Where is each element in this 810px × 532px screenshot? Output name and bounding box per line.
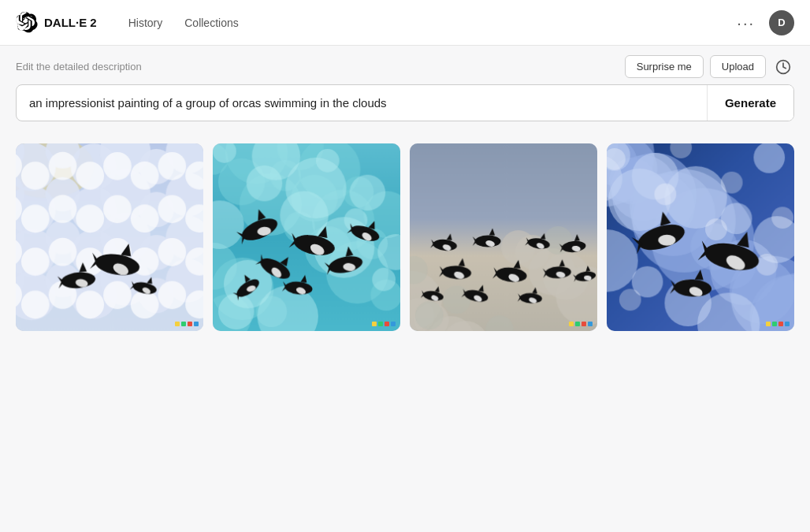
image-card[interactable] xyxy=(607,143,794,331)
toolbar: Edit the detailed description Surprise m… xyxy=(0,46,810,84)
badge-dot xyxy=(778,322,783,326)
toolbar-right: Surprise me Upload xyxy=(625,55,794,78)
history-icon-button[interactable] xyxy=(772,56,794,78)
badge-dot xyxy=(766,322,771,326)
more-options-button[interactable]: ··· xyxy=(732,12,760,34)
avatar[interactable]: D xyxy=(769,10,794,35)
badge-dot xyxy=(378,322,383,326)
image-grid xyxy=(16,143,794,331)
clock-icon xyxy=(775,59,791,75)
openai-logo-icon xyxy=(16,12,38,34)
badge-dot xyxy=(188,322,192,326)
badge-dot xyxy=(372,322,377,326)
upload-button[interactable]: Upload xyxy=(710,55,766,78)
badge-dot xyxy=(181,322,186,326)
badge-dot xyxy=(575,322,580,326)
badge-dot xyxy=(175,322,180,326)
image-card[interactable] xyxy=(213,143,400,331)
image-badge xyxy=(372,322,396,326)
badge-dot xyxy=(385,322,389,326)
image-card[interactable] xyxy=(16,143,203,331)
badge-dot xyxy=(581,322,586,326)
main-nav: History Collections xyxy=(119,12,248,34)
logo-text: DALL·E 2 xyxy=(44,16,97,29)
badge-dot xyxy=(569,322,574,326)
nav-item-history[interactable]: History xyxy=(119,12,173,34)
badge-dot xyxy=(588,322,593,326)
image-badge xyxy=(569,322,593,326)
badge-dot xyxy=(391,322,396,326)
logo[interactable]: DALL·E 2 xyxy=(16,12,97,34)
toolbar-label: Edit the detailed description xyxy=(16,61,142,73)
generate-button[interactable]: Generate xyxy=(707,85,793,121)
image-badge xyxy=(766,322,790,326)
badge-dot xyxy=(785,322,790,326)
badge-dot xyxy=(194,322,199,326)
image-badge xyxy=(175,322,199,326)
prompt-bar: Generate xyxy=(16,84,794,121)
image-card[interactable] xyxy=(410,143,597,331)
nav-item-collections[interactable]: Collections xyxy=(175,12,247,34)
image-grid-section xyxy=(0,121,810,347)
surprise-me-button[interactable]: Surprise me xyxy=(625,55,704,78)
header-right: ··· D xyxy=(732,10,794,35)
badge-dot xyxy=(772,322,777,326)
app-header: DALL·E 2 History Collections ··· D xyxy=(0,0,810,46)
prompt-input[interactable] xyxy=(17,85,707,121)
